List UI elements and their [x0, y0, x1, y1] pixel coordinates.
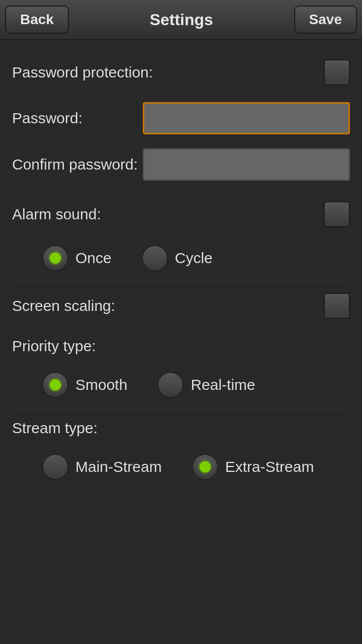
alarm-once-radio-inner [50, 253, 61, 264]
alarm-once-radio-outer [42, 245, 68, 271]
stream-radio-group: Main-Stream Extra-Stream [12, 446, 350, 488]
stream-extra-label: Extra-Stream [225, 458, 314, 475]
alarm-once-label: Once [75, 250, 112, 267]
priority-type-row: Priority type: [12, 329, 350, 364]
top-bar: Back Settings Save [0, 0, 362, 40]
stream-extra-option[interactable]: Extra-Stream [192, 454, 314, 480]
priority-realtime-radio-outer [157, 372, 184, 398]
settings-content: Password protection: Password: Confirm p… [0, 40, 362, 498]
stream-main-label: Main-Stream [75, 458, 162, 475]
stream-extra-radio-inner [200, 461, 211, 472]
alarm-radio-group: Once Cycle [12, 237, 350, 279]
confirm-password-input[interactable] [143, 148, 350, 181]
priority-realtime-label: Real-time [191, 376, 255, 393]
password-protection-row: Password protection: [12, 50, 350, 95]
stream-main-option[interactable]: Main-Stream [42, 454, 162, 480]
alarm-cycle-option[interactable]: Cycle [142, 245, 213, 271]
stream-main-radio-inner [50, 461, 61, 472]
priority-smooth-radio-outer [42, 372, 68, 398]
screen-scaling-checkbox[interactable] [324, 293, 350, 319]
priority-radio-group: Smooth Real-time [12, 364, 350, 406]
stream-type-row: Stream type: [12, 411, 350, 446]
stream-type-label: Stream type: [12, 420, 98, 437]
password-protection-label: Password protection: [12, 64, 153, 81]
priority-smooth-option[interactable]: Smooth [42, 372, 127, 398]
priority-smooth-radio-inner [50, 379, 61, 390]
priority-smooth-label: Smooth [75, 376, 127, 393]
alarm-sound-row: Alarm sound: [12, 192, 350, 237]
alarm-cycle-radio-inner [149, 253, 160, 264]
alarm-sound-checkbox[interactable] [324, 201, 350, 227]
password-field-row: Password: [12, 95, 350, 141]
confirm-password-row: Confirm password: [12, 141, 350, 188]
alarm-once-option[interactable]: Once [42, 245, 112, 271]
alarm-cycle-radio-outer [142, 245, 168, 271]
stream-extra-radio-outer [192, 454, 218, 480]
password-label: Password: [12, 110, 143, 127]
page-title: Settings [69, 11, 294, 29]
screen-scaling-label: Screen scaling: [12, 297, 115, 314]
password-protection-checkbox[interactable] [324, 59, 350, 86]
save-button[interactable]: Save [294, 6, 357, 34]
alarm-sound-label: Alarm sound: [12, 206, 101, 223]
back-button[interactable]: Back [5, 6, 69, 34]
confirm-password-label: Confirm password: [12, 156, 143, 173]
priority-type-label: Priority type: [12, 338, 96, 355]
screen-scaling-row: Screen scaling: [12, 284, 350, 329]
stream-main-radio-outer [42, 454, 68, 480]
password-input[interactable] [143, 102, 350, 134]
priority-realtime-radio-inner [165, 379, 176, 390]
priority-realtime-option[interactable]: Real-time [157, 372, 255, 398]
alarm-cycle-label: Cycle [175, 250, 213, 267]
